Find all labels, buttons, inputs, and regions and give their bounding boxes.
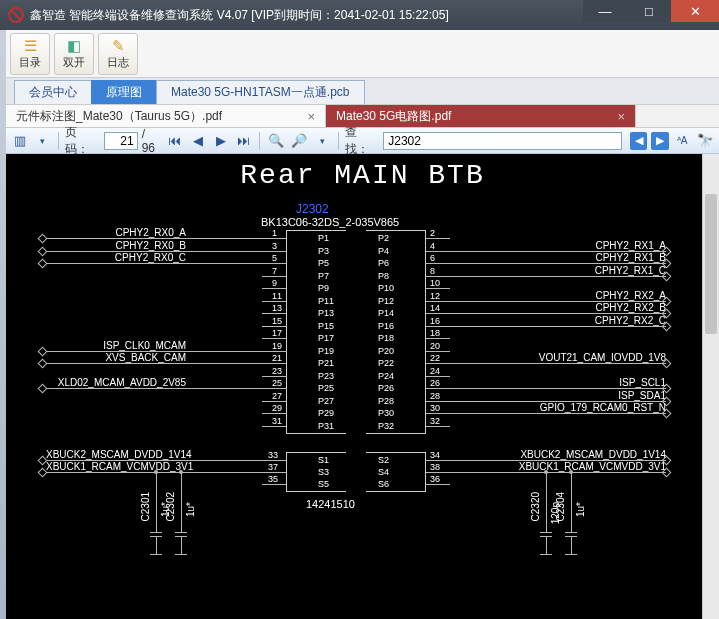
- pin-stub: [426, 276, 450, 277]
- pin-number: 4: [430, 241, 435, 251]
- dual-open-button[interactable]: ◧ 双开: [54, 33, 94, 75]
- net-label: XVS_BACK_CAM: [46, 352, 186, 363]
- shield-body-right: [366, 452, 426, 492]
- pin-name: P14: [378, 308, 394, 318]
- last-page-icon[interactable]: ⏭: [234, 131, 253, 151]
- net-port: [662, 468, 672, 478]
- tab-schematic[interactable]: 原理图: [91, 80, 157, 104]
- first-page-icon[interactable]: ⏮: [165, 131, 184, 151]
- minimize-button[interactable]: ―: [583, 0, 627, 22]
- pin-name: P18: [378, 333, 394, 343]
- pin-name: S3: [318, 467, 329, 477]
- tab-pcb[interactable]: Mate30 5G-HN1TASM一点通.pcb: [156, 80, 365, 104]
- pin-stub: [262, 301, 286, 302]
- maximize-button[interactable]: □: [627, 0, 671, 22]
- pin-number: 38: [430, 462, 440, 472]
- pin-stub: [262, 426, 286, 427]
- pin-number: 35: [268, 474, 278, 484]
- pin-stub: [262, 351, 286, 352]
- dual-label: 双开: [63, 55, 85, 70]
- find-next-button[interactable]: ▶: [651, 132, 668, 150]
- pin-stub: [426, 376, 450, 377]
- pin-name: S4: [378, 467, 389, 477]
- pin-stub: [262, 388, 286, 389]
- pin-stub: [426, 363, 450, 364]
- pin-number: 12: [430, 291, 440, 301]
- pin-stub: [426, 401, 450, 402]
- dropdown-icon[interactable]: ▾: [33, 131, 52, 151]
- log-button[interactable]: ✎ 日志: [98, 33, 138, 75]
- separator: [338, 132, 339, 150]
- tab-member-center[interactable]: 会员中心: [14, 80, 92, 104]
- pin-name: P32: [378, 421, 394, 431]
- net-label: ISP_SDA1: [516, 390, 666, 401]
- pin-name: P27: [318, 396, 334, 406]
- pin-number: 25: [272, 378, 282, 388]
- bus-wire: [156, 472, 157, 532]
- pin-number: 13: [272, 303, 282, 313]
- cap-plate: [175, 532, 187, 533]
- net-label: CPHY2_RX1_B: [516, 252, 666, 263]
- doc-tab-label: 元件标注图_Mate30（Taurus 5G）.pdf: [16, 108, 222, 125]
- net-label: CPHY2_RX2_A: [516, 290, 666, 301]
- gnd-bar: [565, 554, 577, 555]
- pin-name: P3: [318, 246, 329, 256]
- close-icon[interactable]: ×: [307, 109, 315, 124]
- net-label: ISP_SCL1: [516, 377, 666, 388]
- scrollbar-thumb[interactable]: [705, 194, 717, 334]
- zoom-out-icon[interactable]: 🔍: [266, 131, 285, 151]
- find-prev-button[interactable]: ◀: [630, 132, 647, 150]
- close-icon[interactable]: ×: [617, 109, 625, 124]
- pin-number: 32: [430, 416, 440, 426]
- pin-stub: [262, 363, 286, 364]
- prev-page-icon[interactable]: ◀: [188, 131, 207, 151]
- pin-stub: [262, 472, 286, 473]
- zoom-in-icon[interactable]: 🔎: [290, 131, 309, 151]
- net-label: XBUCK2_MSCAM_DVDD_1V14: [46, 449, 186, 460]
- sidebar-toggle-icon[interactable]: ▥: [10, 131, 29, 151]
- pin-stub: [426, 338, 450, 339]
- pin-stub: [426, 313, 450, 314]
- doc-tab-active[interactable]: Mate30 5G电路图.pdf ×: [326, 105, 636, 127]
- dual-icon: ◧: [67, 38, 81, 53]
- net-label: XBUCK1_RCAM_VCMVDD_3V1: [46, 461, 186, 472]
- next-page-icon[interactable]: ▶: [211, 131, 230, 151]
- pin-stub: [262, 288, 286, 289]
- pin-name: S1: [318, 455, 329, 465]
- pin-number: 26: [430, 378, 440, 388]
- net-port: [662, 409, 672, 419]
- page-input[interactable]: [104, 132, 138, 150]
- pin-stub: [426, 426, 450, 427]
- doc-tab-inactive[interactable]: 元件标注图_Mate30（Taurus 5G）.pdf ×: [6, 105, 326, 127]
- cap-lead: [181, 536, 182, 554]
- cap-ref: C2304: [555, 492, 566, 521]
- pin-stub: [262, 484, 286, 485]
- search-input[interactable]: [383, 132, 622, 150]
- bus-wire: [571, 472, 572, 532]
- junction: [179, 470, 183, 474]
- cap-ref: C2320: [530, 492, 541, 521]
- pin-name: P12: [378, 296, 394, 306]
- binoculars-icon[interactable]: 🔭: [696, 131, 715, 151]
- match-case-icon[interactable]: ᴬA: [673, 131, 692, 151]
- pin-number: 5: [272, 253, 277, 263]
- close-button[interactable]: ✕: [671, 0, 719, 22]
- vertical-scrollbar[interactable]: [702, 154, 719, 619]
- dropdown-icon[interactable]: ▾: [313, 131, 332, 151]
- cap-plate: [540, 532, 552, 533]
- net-port: [662, 359, 672, 369]
- window-title: 鑫智造 智能终端设备维修查询系统 V4.07 [VIP到期时间：2041-02-…: [30, 7, 583, 24]
- pin-number: 1: [272, 228, 277, 238]
- pin-name: P5: [318, 258, 329, 268]
- separator: [259, 132, 260, 150]
- net-wire: [450, 363, 666, 364]
- title-bar: 鑫智造 智能终端设备维修查询系统 V4.07 [VIP到期时间：2041-02-…: [0, 0, 719, 30]
- pin-name: P25: [318, 383, 334, 393]
- net-wire: [450, 326, 666, 327]
- pin-stub: [262, 276, 286, 277]
- schematic-viewport[interactable]: Rear MAIN BTBJ2302BK13C06-32DS_2-035V865…: [6, 154, 719, 619]
- net-label: GPIO_179_RCAM0_RST_N: [516, 402, 666, 413]
- component-part: BK13C06-32DS_2-035V865: [261, 216, 399, 228]
- gnd-bar: [540, 554, 552, 555]
- catalog-button[interactable]: ☰ 目录: [10, 33, 50, 75]
